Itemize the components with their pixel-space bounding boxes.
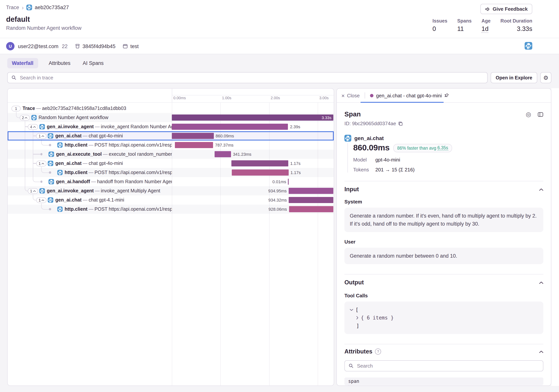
span-duration-bar[interactable] [289,206,333,212]
section-divider [345,344,543,344]
span-children-badge[interactable]: 2 [19,115,30,120]
span-id: ID: 9bc29065dd0374ae [345,121,396,126]
trace-search-input[interactable] [19,74,483,81]
trace-stats: Issues0Spans11Age1dRoot Duration3.33s [432,18,532,32]
pin-icon[interactable] [445,93,449,98]
span-children-badge[interactable]: 1 [36,197,47,203]
span-children-badge[interactable]: 1 [11,106,21,111]
span-row-text: Random Number Agent workflow [38,113,108,122]
span-duration-label: 2.39s [290,122,300,131]
release-item[interactable]: 3845f4d94b45 [75,43,115,49]
detail-scroll-area[interactable]: Span ◎ ID: 9bc29065dd0374ae gen_ai.chat [337,103,551,386]
span-row-text: http.client—POST https://api.openai.com/… [65,168,172,177]
axis-tick-label: 1.00s [222,96,231,100]
json-expand-icon[interactable] [350,309,353,311]
span-duration-bar[interactable] [289,188,333,194]
span-children-badge[interactable]: 1 [28,188,38,194]
stat-value: 11 [457,25,472,32]
python-platform-icon [525,42,532,50]
python-icon [57,206,63,212]
tab-waterfall[interactable]: Waterfall [7,58,38,68]
stat-value: 1d [482,25,490,32]
span-row-label[interactable]: http.client—POST https://api.openai.com/… [8,168,172,177]
help-icon[interactable]: ? [375,348,381,355]
span-row-text: http.client—POST https://api.openai.com/… [65,205,172,214]
detail-heading: Span [345,110,361,118]
span-row-label[interactable]: 1gen_ai.chat—chat gpt-4.1-mini [8,195,172,205]
close-button[interactable]: × Close [340,92,361,98]
stat-label: Age [482,18,490,24]
python-icon [48,161,54,166]
chevron-up-icon [41,162,44,164]
waterfall-header-divider [8,102,172,103]
package-icon [75,44,80,49]
copy-icon[interactable] [398,121,403,126]
span-row-label[interactable]: 2Random Number Agent workflow [8,113,172,122]
section-divider [345,274,543,274]
environment-item[interactable]: test [123,43,139,49]
collapse-input-icon[interactable] [539,188,543,191]
stat-issues: Issues0 [432,18,447,32]
open-in-explore-button[interactable]: Open in Explore [491,72,537,83]
span-duration-label: 1.17s [290,168,301,177]
scrollbar-track[interactable] [551,88,559,386]
span-row-label[interactable]: 4gen_ai.invoke_agent—invoke_agent Random… [8,122,172,131]
python-icon [39,188,45,193]
span-duration-label: 3.33s [322,115,331,121]
tokens-label: Tokens [353,167,375,173]
environment-name: test [130,43,139,49]
tab-attributes[interactable]: Attributes [47,58,72,68]
span-children-badge[interactable]: 1 [36,161,47,166]
tree-leaf-dot [49,171,51,173]
span-duration-bar[interactable] [172,124,288,130]
span-duration-label: 860.09ms [215,131,234,140]
trace-toolbar: Open in Explore ⚙ [7,72,551,83]
span-duration-bar[interactable] [289,197,333,203]
attributes-search-input[interactable] [356,363,539,369]
avg-duration[interactable]: 6.35s [437,146,448,150]
tree-leaf-dot [49,208,51,210]
span-children-badge[interactable]: 4 [28,124,38,130]
span-row-label[interactable]: gen_ai.handoff—handoff from Random Numbe… [8,177,172,186]
span-row-label[interactable]: 1Trace—aeb20c735a2748c1958a71cd8a1dbb03 [8,104,172,113]
user-label: User [345,239,543,245]
span-row-label[interactable]: gen_ai.execute_tool—execute_tool random_… [8,150,172,159]
span-color-dot [370,94,373,97]
span-row-label[interactable]: 1gen_ai.chat—chat gpt-4o-mini [8,159,172,168]
breadcrumb-trace-link[interactable]: Trace [6,5,19,10]
span-row-label[interactable]: 1gen_ai.chat—chat gpt-4o-mini [8,131,172,140]
span-row-label[interactable]: 1gen_ai.invoke_agent—invoke_agent Multip… [8,186,172,195]
python-icon [345,135,351,142]
tab-ai-spans[interactable]: AI Spans [81,58,105,68]
give-feedback-button[interactable]: Give Feedback [480,4,532,14]
attributes-section-title: Attributes? [345,348,381,355]
tool-calls-json: [ { 6 items } ] [345,301,543,334]
span-children-badge[interactable]: 1 [36,133,47,139]
settings-button[interactable]: ⚙ [540,72,551,83]
span-row-text: gen_ai.execute_tool—execute_tool random_… [56,150,172,159]
span-row-label[interactable]: http.client—POST https://api.openai.com/… [8,205,172,214]
span-duration-bar[interactable] [175,142,213,148]
stat-value-text: 11 [457,25,464,32]
span-duration-bar[interactable] [288,179,289,185]
span-duration-bar[interactable] [232,169,289,176]
python-icon [57,170,63,175]
span-duration-bar[interactable] [214,151,231,157]
json-collapsed-icon[interactable] [356,316,359,319]
view-tabs: WaterfallAttributesAI Spans [7,58,105,68]
stat-value-text[interactable]: 1d [482,25,489,33]
span-row-label[interactable]: http.client—POST https://api.openai.com/… [8,140,172,150]
span-detail-tab[interactable]: gen_ai.chat - chat gpt-4o-mini [368,92,451,98]
browser-icon [123,44,128,49]
stat-value: 3.33s [500,25,532,32]
focus-span-icon[interactable]: ◎ [526,111,531,117]
collapse-output-icon[interactable] [539,281,543,284]
user-email[interactable]: user22@test.com [18,43,58,49]
json-collapsed-object[interactable]: { 6 items } [361,315,394,321]
python-icon [48,197,54,203]
span-duration-bar[interactable] [231,160,288,166]
span-duration-bar[interactable]: 3.33s [172,115,333,121]
span-duration-bar[interactable] [172,133,214,139]
collapse-attributes-icon[interactable] [539,350,543,353]
layout-columns-icon[interactable] [538,112,543,117]
